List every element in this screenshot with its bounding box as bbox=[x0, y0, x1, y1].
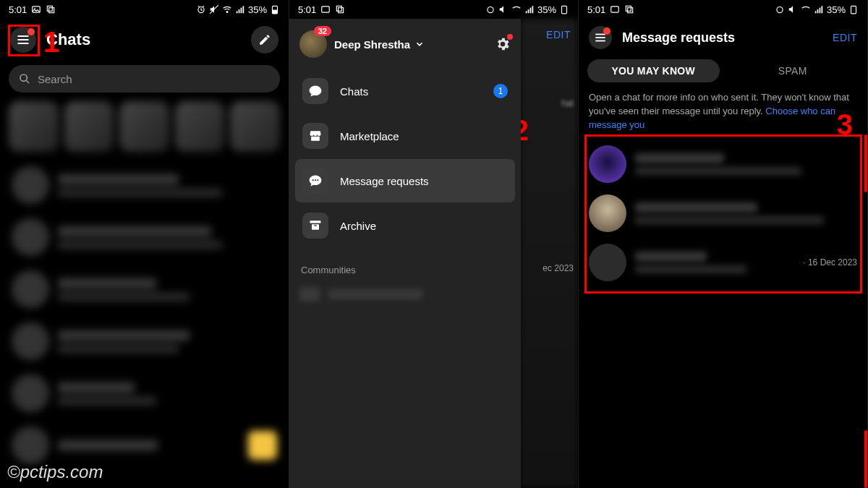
chat-list[interactable] bbox=[0, 159, 289, 471]
alarm-icon bbox=[775, 4, 785, 14]
svg-point-6 bbox=[226, 12, 228, 13]
tab-spam[interactable]: SPAM bbox=[727, 59, 859, 82]
page-title: Chats bbox=[46, 30, 241, 49]
status-bar: 5:01 35% bbox=[579, 0, 867, 19]
svg-rect-26 bbox=[562, 6, 567, 13]
battery-icon bbox=[559, 4, 569, 14]
wifi-icon bbox=[801, 4, 811, 14]
status-battery: 35% bbox=[827, 4, 846, 15]
signal-icon bbox=[235, 4, 245, 14]
store-icon bbox=[302, 123, 328, 149]
tabs: YOU MAY KNOW SPAM bbox=[579, 56, 867, 90]
community-item[interactable] bbox=[289, 280, 521, 309]
image-icon bbox=[320, 4, 331, 14]
overlap-icon bbox=[624, 4, 634, 14]
request-item[interactable] bbox=[579, 140, 867, 189]
svg-rect-37 bbox=[820, 8, 821, 14]
request-item[interactable] bbox=[579, 189, 867, 238]
menu-label: Chats bbox=[340, 85, 368, 98]
profile-row[interactable]: 32 Deep Shrestha bbox=[289, 23, 521, 65]
svg-point-21 bbox=[488, 7, 493, 13]
svg-rect-3 bbox=[49, 8, 54, 13]
stories-row[interactable] bbox=[0, 101, 289, 159]
settings-button[interactable] bbox=[495, 36, 511, 52]
chats-header: Chats bbox=[0, 19, 289, 61]
hamburger-menu-button[interactable] bbox=[10, 27, 36, 53]
compose-button[interactable] bbox=[251, 26, 278, 53]
svg-rect-2 bbox=[48, 6, 53, 11]
menu-item-message-requests[interactable]: Message requests bbox=[295, 159, 515, 202]
svg-rect-10 bbox=[242, 6, 244, 13]
tab-you-may-know[interactable]: YOU MAY KNOW bbox=[587, 59, 720, 82]
peek-text: hat bbox=[561, 98, 574, 108]
edit-link[interactable]: EDIT bbox=[546, 29, 571, 40]
svg-rect-36 bbox=[817, 9, 819, 13]
edit-link[interactable]: EDIT bbox=[833, 32, 857, 43]
status-bar: 5:01 35% bbox=[0, 0, 289, 19]
chat-bubble-icon bbox=[302, 78, 328, 104]
profile-badge: 32 bbox=[314, 26, 331, 36]
alarm-icon bbox=[196, 4, 206, 14]
panel-drawer-screen: 5:01 35% EDIT hat ec 2023 32 Deep Shrest… bbox=[289, 0, 579, 488]
notification-dot-icon bbox=[603, 27, 610, 35]
drawer-menu: Chats 1 Marketplace Message requests Arc… bbox=[289, 65, 521, 252]
notification-dot-icon bbox=[27, 28, 35, 35]
hamburger-menu-button[interactable] bbox=[589, 26, 612, 49]
menu-label: Archive bbox=[340, 220, 376, 232]
menu-label: Message requests bbox=[340, 175, 429, 187]
svg-rect-24 bbox=[530, 8, 532, 14]
battery-icon bbox=[848, 4, 859, 14]
chats-badge: 1 bbox=[493, 84, 508, 98]
signal-icon bbox=[814, 4, 824, 14]
profile-avatar: 32 bbox=[299, 30, 327, 58]
search-placeholder: Search bbox=[38, 73, 72, 85]
search-icon bbox=[19, 73, 30, 85]
signal-icon bbox=[524, 4, 535, 14]
battery-icon bbox=[270, 4, 280, 14]
mute-icon bbox=[788, 4, 798, 14]
menu-item-marketplace[interactable]: Marketplace bbox=[295, 114, 515, 158]
mute-icon bbox=[498, 4, 509, 14]
status-time: 5:01 bbox=[9, 4, 27, 15]
mute-icon bbox=[209, 4, 219, 14]
menu-item-archive[interactable]: Archive bbox=[295, 204, 515, 247]
profile-name-label: Deep Shrestha bbox=[334, 38, 410, 51]
svg-rect-8 bbox=[239, 9, 240, 13]
message-requests-header: Message requests EDIT bbox=[579, 19, 867, 56]
chevron-down-icon bbox=[414, 39, 425, 49]
menu-item-chats[interactable]: Chats 1 bbox=[295, 69, 515, 113]
watermark: ©pctips.com bbox=[7, 462, 103, 482]
panel-chats-screen: 5:01 35% Chats Search bbox=[0, 0, 289, 488]
svg-point-28 bbox=[315, 179, 316, 181]
svg-point-29 bbox=[317, 179, 318, 181]
alarm-icon bbox=[485, 4, 495, 14]
panel-message-requests-screen: 5:01 35% Message requests EDIT YOU MAY K… bbox=[579, 0, 868, 488]
page-title: Message requests bbox=[622, 30, 822, 46]
wifi-icon bbox=[511, 4, 522, 14]
svg-rect-19 bbox=[337, 6, 342, 11]
svg-point-34 bbox=[777, 7, 783, 13]
communities-header: Communities bbox=[289, 252, 521, 280]
svg-rect-31 bbox=[611, 7, 619, 12]
info-text: Open a chat for more info on who sent it… bbox=[579, 90, 867, 140]
svg-rect-35 bbox=[815, 11, 817, 13]
message-requests-icon bbox=[302, 168, 328, 194]
svg-line-17 bbox=[26, 80, 29, 83]
request-date: · 16 Dec 2023 bbox=[803, 257, 857, 267]
status-bar: 5:01 35% bbox=[289, 0, 578, 19]
svg-rect-39 bbox=[851, 6, 856, 13]
wifi-icon bbox=[222, 4, 232, 14]
svg-rect-12 bbox=[273, 10, 277, 13]
status-time: 5:01 bbox=[587, 4, 605, 15]
search-input[interactable]: Search bbox=[9, 65, 280, 93]
scroll-indicator bbox=[864, 430, 867, 488]
message-requests-list: · 16 Dec 2023 bbox=[579, 140, 867, 287]
peek-date: ec 2023 bbox=[542, 263, 574, 273]
navigation-drawer: 32 Deep Shrestha Chats 1 Marketplace bbox=[289, 19, 521, 488]
svg-rect-7 bbox=[237, 11, 238, 13]
request-item[interactable]: · 16 Dec 2023 bbox=[579, 238, 867, 287]
svg-rect-32 bbox=[626, 6, 631, 11]
svg-rect-25 bbox=[532, 6, 533, 13]
archive-icon bbox=[302, 213, 328, 239]
svg-rect-20 bbox=[339, 8, 344, 13]
